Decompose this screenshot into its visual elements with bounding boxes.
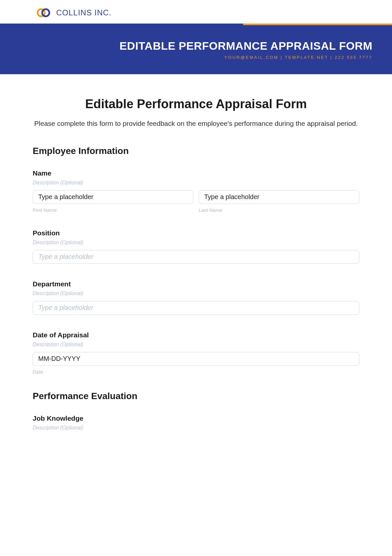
banner: EDITABLE PERFORMANCE APPRAISAL FORM YOUR…: [0, 25, 392, 74]
position-label: Position: [33, 229, 359, 237]
first-name-input[interactable]: [33, 190, 193, 204]
position-desc: Description (Optional): [33, 240, 359, 245]
field-department: Department Description (Optional): [33, 280, 359, 315]
department-desc: Description (Optional): [33, 291, 359, 296]
field-job-knowledge: Job Knowledge Description (Optional): [33, 414, 359, 431]
form-intro: Please complete this form to provide fee…: [33, 118, 359, 129]
header-bar: COLLINS INC.: [0, 0, 392, 24]
last-name-sublabel: Last Name: [199, 207, 359, 213]
field-position: Position Description (Optional): [33, 229, 359, 264]
section-performance-heading: Performance Evaluation: [33, 391, 359, 401]
name-label: Name: [33, 169, 359, 177]
date-sublabel: Date: [33, 369, 359, 375]
section-employee-info-heading: Employee Information: [33, 146, 359, 156]
form-title: Editable Performance Appraisal Form: [33, 97, 359, 111]
svg-point-1: [42, 9, 49, 16]
job-knowledge-desc: Description (Optional): [33, 425, 359, 431]
company-name: COLLINS INC.: [56, 8, 111, 17]
department-label: Department: [33, 280, 359, 288]
date-desc: Description (Optional): [33, 342, 359, 347]
company-logo-icon: [37, 8, 51, 18]
field-name: Name Description (Optional) First Name L…: [33, 169, 359, 213]
field-date: Date of Appraisal Description (Optional)…: [33, 331, 359, 375]
date-input[interactable]: [33, 352, 359, 366]
name-desc: Description (Optional): [33, 180, 359, 186]
department-input[interactable]: [33, 301, 359, 315]
date-label: Date of Appraisal: [33, 331, 359, 339]
banner-subtitle: YOUR@EMAIL.COM | TEMPLATE.NET | 222 555 …: [20, 55, 372, 60]
position-input[interactable]: [33, 250, 359, 264]
first-name-sublabel: First Name: [33, 207, 193, 213]
job-knowledge-label: Job Knowledge: [33, 414, 359, 422]
last-name-input[interactable]: [199, 190, 359, 204]
form-content: Editable Performance Appraisal Form Plea…: [0, 74, 392, 460]
banner-title: EDITABLE PERFORMANCE APPRAISAL FORM: [20, 40, 372, 52]
